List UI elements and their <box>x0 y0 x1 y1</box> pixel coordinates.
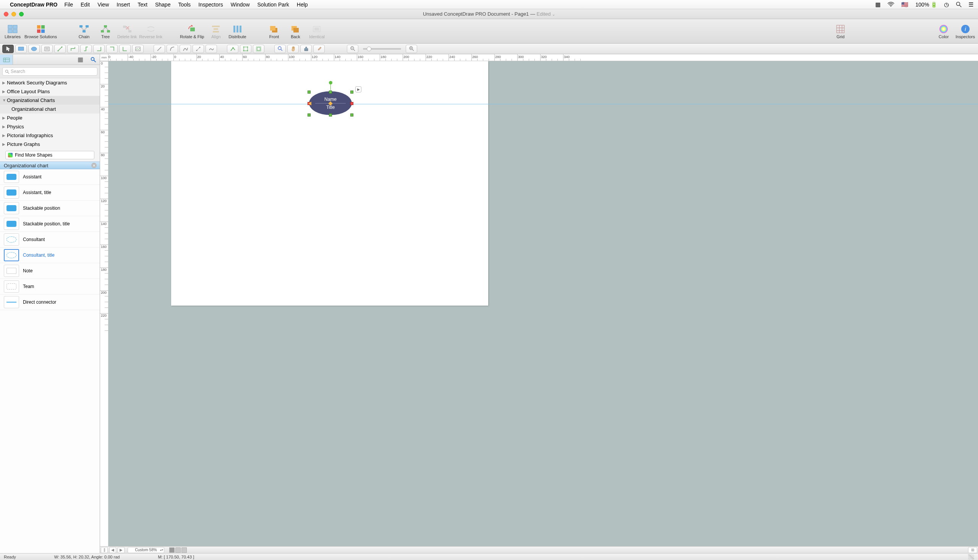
menu-inspectors[interactable]: Inspectors <box>198 2 223 8</box>
guide-line-h[interactable] <box>108 104 978 104</box>
connector-tool-3[interactable] <box>80 45 92 53</box>
line-tool[interactable] <box>153 45 165 53</box>
tree-item[interactable]: ▶Network Security Diagrams <box>0 78 100 87</box>
panel-search-icon[interactable] <box>87 57 100 62</box>
panel-grid-view-icon[interactable]: ▦ <box>74 56 87 63</box>
next-page-button[interactable]: ▶ <box>118 547 125 553</box>
connector-tool-5[interactable] <box>106 45 118 53</box>
resize-handle-n[interactable] <box>329 90 332 93</box>
bezier-tool[interactable] <box>193 45 204 53</box>
eyedropper-tool[interactable] <box>313 45 325 53</box>
menu-window[interactable]: Window <box>231 2 250 8</box>
shape-item[interactable]: Assistant <box>0 169 100 185</box>
browse-solutions-button[interactable]: Browse Solutions <box>25 20 57 43</box>
edit-shape-tool-1[interactable] <box>227 45 238 53</box>
rotation-handle[interactable] <box>329 81 332 84</box>
menu-text[interactable]: Text <box>138 2 147 8</box>
rotate-flip-button[interactable]: Rotate & Flip <box>180 20 204 43</box>
notification-center-icon[interactable]: ☰ <box>968 1 973 8</box>
tree-item-expanded[interactable]: ▼Organizational Charts <box>0 96 100 105</box>
close-window-button[interactable] <box>4 12 8 17</box>
back-button[interactable]: Back <box>286 20 305 43</box>
active-library-header[interactable]: Organizational chart ✕ <box>0 162 100 169</box>
edit-shape-tool-2[interactable] <box>240 45 252 53</box>
chevron-down-icon[interactable]: ⌄ <box>552 12 555 17</box>
menu-insert[interactable]: Insert <box>117 2 130 8</box>
arc-tool[interactable] <box>167 45 178 53</box>
resize-handle-s[interactable] <box>329 113 332 117</box>
insert-picture-tool[interactable] <box>132 45 144 53</box>
chain-button[interactable]: Chain <box>75 20 93 43</box>
grid-button[interactable]: Grid <box>831 20 850 43</box>
zoom-out-button[interactable] <box>347 45 358 53</box>
menu-tools[interactable]: Tools <box>178 2 191 8</box>
connector-tool-4[interactable] <box>93 45 105 53</box>
split-handle[interactable]: ‖ <box>101 547 108 553</box>
menu-file[interactable]: File <box>64 2 73 8</box>
connector-tool-1[interactable] <box>54 45 66 53</box>
tree-item[interactable]: ▶Office Layout Plans <box>0 87 100 96</box>
shape-item[interactable]: Stackable position, title <box>0 216 100 232</box>
shape-item[interactable]: Consultant <box>0 232 100 248</box>
smart-action-button[interactable]: ▶ <box>355 86 362 92</box>
menuextra-icon[interactable]: ▦ <box>875 1 881 8</box>
resize-handle-ne[interactable] <box>350 90 353 93</box>
view-mode-button[interactable]: ⊞ <box>968 547 977 553</box>
tree-item[interactable]: ▶People <box>0 113 100 122</box>
close-library-icon[interactable]: ✕ <box>91 163 97 168</box>
tree-button[interactable]: Tree <box>96 20 115 43</box>
shape-item[interactable]: Stackable position <box>0 200 100 216</box>
resize-handle-e[interactable] <box>350 102 353 105</box>
battery-status[interactable]: 100% 🔋 <box>915 2 937 8</box>
menu-shape[interactable]: Shape <box>155 2 170 8</box>
edit-shape-tool-3[interactable] <box>253 45 264 53</box>
zoom-slider-knob[interactable] <box>367 47 372 51</box>
zoom-in-button[interactable] <box>406 45 417 53</box>
zoom-combo[interactable]: Custom 58%▴▾ <box>128 547 164 553</box>
libraries-button[interactable]: Libraries <box>3 20 22 43</box>
connector-tool-6[interactable] <box>119 45 131 53</box>
text-tool[interactable] <box>41 45 53 53</box>
spline-tool[interactable] <box>180 45 191 53</box>
pointer-tool[interactable] <box>2 45 14 53</box>
tree-item[interactable]: ▶Physics <box>0 122 100 131</box>
flag-icon[interactable]: 🇺🇸 <box>901 1 908 8</box>
freehand-tool[interactable] <box>205 45 217 53</box>
maximize-window-button[interactable] <box>19 12 24 17</box>
library-search-input[interactable]: Search <box>2 67 97 76</box>
color-button[interactable]: Color <box>934 20 953 43</box>
app-name[interactable]: ConceptDraw PRO <box>10 2 57 8</box>
inspectors-button[interactable]: iInspectors <box>955 20 975 43</box>
menu-edit[interactable]: Edit <box>81 2 90 8</box>
shape-item[interactable]: Note <box>0 263 100 279</box>
prev-page-button[interactable]: ◀ <box>109 547 116 553</box>
hand-tool[interactable] <box>287 45 299 53</box>
resize-corner-icon[interactable] <box>968 554 974 560</box>
find-more-shapes-button[interactable]: Find More Shapes <box>5 151 94 159</box>
tree-item[interactable]: ▶Pictorial Infographics <box>0 131 100 140</box>
shape-item[interactable]: Direct connector <box>0 295 100 310</box>
rect-tool[interactable] <box>15 45 27 53</box>
spotlight-icon[interactable] <box>956 2 961 7</box>
menu-view[interactable]: View <box>97 2 109 8</box>
zoom-tool[interactable] <box>274 45 286 53</box>
wifi-icon[interactable] <box>888 2 894 7</box>
menu-help[interactable]: Help <box>297 2 308 8</box>
ruler-unit-box[interactable]: mm <box>100 54 108 61</box>
page-thumb-2[interactable] <box>175 547 181 553</box>
page-thumb-1[interactable] <box>169 547 175 553</box>
expand-arrow-left[interactable] <box>307 102 312 105</box>
connector-tool-2[interactable] <box>67 45 79 53</box>
zoom-slider[interactable] <box>363 48 401 50</box>
shape-item[interactable]: Assistant, title <box>0 185 100 200</box>
minimize-window-button[interactable] <box>12 12 16 17</box>
front-button[interactable]: Front <box>264 20 283 43</box>
distribute-button[interactable]: Distribute <box>228 20 247 43</box>
clock-icon[interactable]: ◷ <box>944 1 949 8</box>
tree-item[interactable]: ▶Picture Graphs <box>0 140 100 148</box>
shape-item[interactable]: Team <box>0 279 100 295</box>
resize-handle-nw[interactable] <box>308 90 311 93</box>
libraries-tab[interactable] <box>0 55 13 65</box>
tree-item-child[interactable]: Organizational chart <box>0 105 100 113</box>
page-thumb-3[interactable] <box>182 547 187 553</box>
